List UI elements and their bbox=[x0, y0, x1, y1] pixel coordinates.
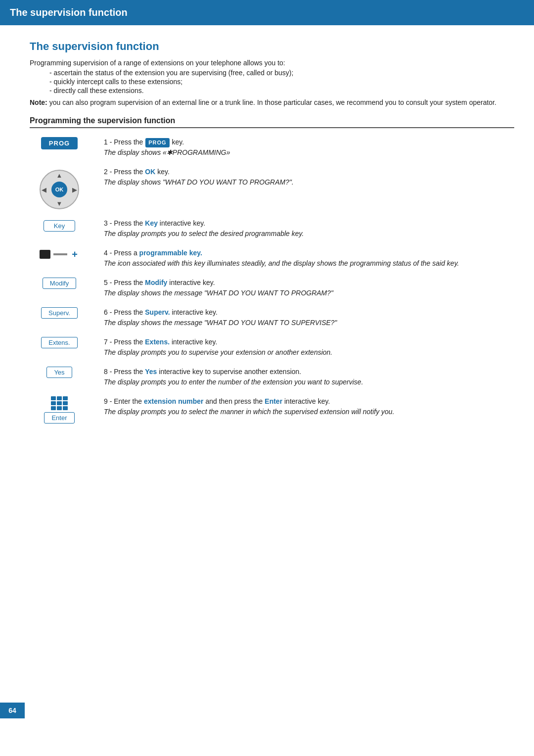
step-row-5: Modify 5 - Press the Modify interactive … bbox=[30, 278, 514, 298]
black-square-icon bbox=[40, 250, 50, 259]
dash-line-icon bbox=[53, 253, 67, 255]
step-text-4: 4 - Press a programmable key. The icon a… bbox=[104, 248, 514, 269]
step6-after: interactive key. bbox=[170, 308, 218, 316]
step-text-3: 3 - Press the Key interactive key. The d… bbox=[104, 218, 514, 239]
yes-button-icon: Yes bbox=[46, 367, 72, 378]
step1-italic: The display shows «✱PROGRAMMING» bbox=[104, 147, 514, 158]
superv-button-icon: Superv. bbox=[41, 307, 78, 319]
step-text-1: 1 - Press the PROG key. The display show… bbox=[104, 137, 514, 158]
kp-sq-7 bbox=[51, 406, 56, 410]
step1-after: key. bbox=[170, 138, 184, 146]
note-label: Note: bbox=[30, 98, 47, 106]
section-title: The supervision function bbox=[30, 40, 514, 53]
step4-number: 4 - Press a bbox=[104, 249, 139, 257]
kp-sq-8 bbox=[57, 406, 62, 410]
step-icon-col-4 bbox=[30, 248, 89, 259]
step-row-1: PROG 1 - Press the PROG key. The display… bbox=[30, 137, 514, 158]
steps-container: PROG 1 - Press the PROG key. The display… bbox=[30, 137, 514, 424]
prog-button-icon: PROG bbox=[41, 137, 78, 149]
kp-sq-5 bbox=[57, 401, 62, 405]
programmable-key-icon bbox=[40, 250, 79, 259]
step6-bold: Superv. bbox=[145, 308, 170, 316]
step8-after: interactive key to supervise another ext… bbox=[157, 368, 301, 376]
step2-after: key. bbox=[155, 168, 170, 176]
main-content: The supervision function Programming sup… bbox=[0, 25, 534, 438]
step-icon-col-6: Superv. bbox=[30, 307, 89, 319]
step2-bold: OK bbox=[145, 168, 155, 176]
kp-sq-9 bbox=[63, 406, 68, 410]
step-text-9: 9 - Enter the extension number and then … bbox=[104, 396, 514, 417]
step-icon-col-7: Extens. bbox=[30, 337, 89, 348]
step5-bold: Modify bbox=[145, 279, 167, 286]
bullet-item-2: - quickly intercept calls to these exten… bbox=[49, 78, 514, 86]
step5-number: 5 - Press the bbox=[104, 279, 145, 286]
arrow-down-icon: ▼ bbox=[56, 200, 63, 207]
extens-button-icon: Extens. bbox=[41, 337, 77, 348]
nav-pad-icon: OK ▲ ▼ ◀ ▶ bbox=[40, 170, 79, 209]
intro-text: Programming supervision of a range of ex… bbox=[30, 59, 514, 67]
page-number-tab: 64 bbox=[0, 703, 25, 718]
step-row-6: Superv. 6 - Press the Superv. interactiv… bbox=[30, 307, 514, 328]
arrow-left-icon: ◀ bbox=[42, 186, 46, 193]
kp-sq-1 bbox=[51, 396, 56, 400]
modify-button-icon: Modify bbox=[43, 278, 76, 289]
step6-number: 6 - Press the bbox=[104, 308, 145, 316]
step3-italic: The display prompts you to select the de… bbox=[104, 229, 514, 239]
bullet-item-3: - directly call these extensions. bbox=[49, 87, 514, 94]
kp-sq-2 bbox=[57, 396, 62, 400]
step-row-2: OK ▲ ▼ ◀ ▶ 2 - Press the OK key. The dis… bbox=[30, 167, 514, 209]
key-button-icon: Key bbox=[44, 220, 75, 232]
step7-bold: Extens. bbox=[145, 338, 170, 346]
step-row-4: 4 - Press a programmable key. The icon a… bbox=[30, 248, 514, 269]
step-text-5: 5 - Press the Modify interactive key. Th… bbox=[104, 278, 514, 298]
step7-italic: The display prompts you to supervise you… bbox=[104, 347, 514, 358]
step4-italic: The icon associated with this key illumi… bbox=[104, 258, 514, 269]
step-row-9: Enter 9 - Enter the extension number and… bbox=[30, 396, 514, 424]
keypad-icon bbox=[51, 396, 68, 410]
header-bar: The supervision function bbox=[0, 0, 534, 25]
step-row-8: Yes 8 - Press the Yes interactive key to… bbox=[30, 367, 514, 387]
step-row-3: Key 3 - Press the Key interactive key. T… bbox=[30, 218, 514, 239]
step6-italic: The display shows the message "WHAT DO Y… bbox=[104, 318, 514, 328]
sub-heading: Programming the supervision function bbox=[30, 116, 514, 128]
step-text-6: 6 - Press the Superv. interactive key. T… bbox=[104, 307, 514, 328]
step9-mid: and then press the bbox=[204, 397, 265, 405]
step-icon-col-2: OK ▲ ▼ ◀ ▶ bbox=[30, 167, 89, 209]
step9-bold2: Enter bbox=[265, 397, 282, 405]
step7-after: interactive key. bbox=[170, 338, 217, 346]
step2-number: 2 - Press the bbox=[104, 168, 145, 176]
prog-inline-icon: PROG bbox=[145, 138, 169, 147]
step9-after: interactive key. bbox=[282, 397, 330, 405]
step9-italic: The display prompts you to select the ma… bbox=[104, 407, 514, 417]
page-number: 64 bbox=[8, 707, 16, 714]
arrow-right-icon: ▶ bbox=[72, 186, 77, 193]
ok-button-icon: OK bbox=[51, 182, 67, 197]
step5-italic: The display shows the message "WHAT DO Y… bbox=[104, 288, 514, 298]
step-text-8: 8 - Press the Yes interactive key to sup… bbox=[104, 367, 514, 387]
step9-prefix: 9 - Enter the bbox=[104, 397, 144, 405]
enter-button-icon: Enter bbox=[44, 412, 74, 424]
step1-number: 1 - Press the bbox=[104, 138, 145, 146]
step9-bold1: extension number bbox=[144, 397, 204, 405]
step-row-7: Extens. 7 - Press the Extens. interactiv… bbox=[30, 337, 514, 358]
step3-after: interactive key. bbox=[158, 219, 205, 227]
bullet-list: - ascertain the status of the extension … bbox=[49, 69, 514, 94]
step-icon-col-5: Modify bbox=[30, 278, 89, 289]
step-icon-col-1: PROG bbox=[30, 137, 89, 149]
step-icon-col-3: Key bbox=[30, 218, 89, 232]
note-text: Note: you can also program supervision o… bbox=[30, 98, 514, 106]
kp-sq-4 bbox=[51, 401, 56, 405]
arrow-up-icon: ▲ bbox=[56, 172, 63, 179]
step8-italic: The display prompts you to enter the num… bbox=[104, 377, 514, 387]
step3-bold: Key bbox=[145, 219, 158, 227]
kp-sq-6 bbox=[63, 401, 68, 405]
step4-bold: programmable key. bbox=[139, 249, 202, 257]
step-text-7: 7 - Press the Extens. interactive key. T… bbox=[104, 337, 514, 358]
step8-number: 8 - Press the bbox=[104, 368, 145, 376]
step7-number: 7 - Press the bbox=[104, 338, 145, 346]
step2-italic: The display shows "WHAT DO YOU WANT TO P… bbox=[104, 177, 514, 188]
note-content: you can also program supervision of an e… bbox=[49, 98, 496, 106]
plus-icon bbox=[70, 250, 79, 259]
step5-after: interactive key. bbox=[167, 279, 215, 286]
step3-number: 3 - Press the bbox=[104, 219, 145, 227]
